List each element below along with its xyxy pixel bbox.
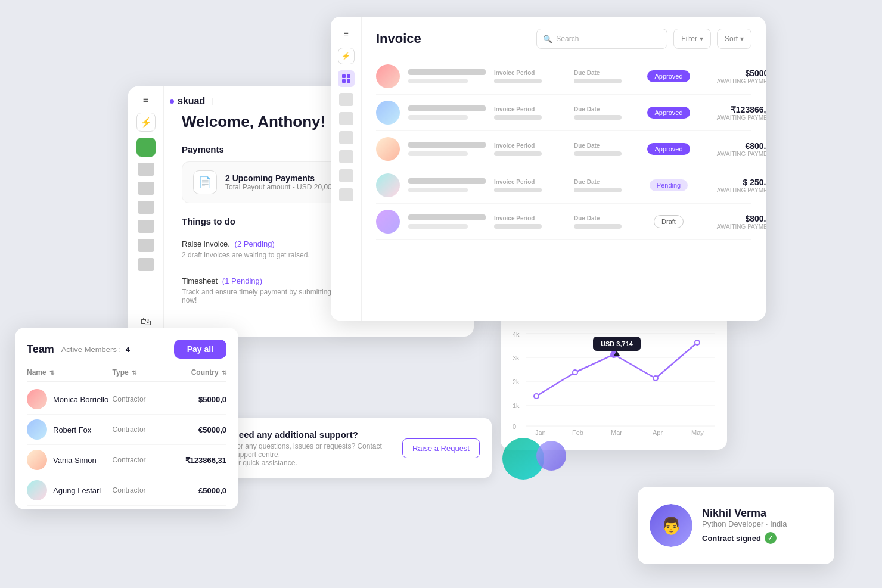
profile-status-text: Contract signed — [702, 534, 761, 543]
logo-symbol — [170, 99, 174, 104]
team-row-4: Agung Lestari Contractor £5000,0 — [27, 475, 226, 506]
svg-text:1k: 1k — [513, 402, 520, 409]
svg-point-19 — [534, 394, 539, 399]
member-name-1: Monica Borriello — [53, 395, 108, 404]
logo-divider: | — [211, 97, 213, 105]
profile-card: 👨 Nikhil Verma Python Developer · India … — [638, 487, 834, 564]
member-type-1: Contractor — [113, 395, 170, 403]
raise-request-button[interactable]: Raise a Request — [402, 438, 480, 458]
support-text: Need any additional support? For any que… — [232, 430, 402, 467]
pay-all-button[interactable]: Pay all — [174, 340, 226, 359]
invoice-title: Invoice — [376, 31, 421, 46]
sort-arrow-country: ⇅ — [222, 369, 226, 376]
profile-status: Contract signed ✓ — [702, 532, 787, 544]
col-name-header: Name ⇅ — [27, 368, 113, 377]
todo-prefix-1: Raise invoice. — [182, 239, 230, 248]
nav-icon-2[interactable] — [138, 182, 154, 195]
payment-text: 2 Upcoming Payments Total Payout amount … — [225, 173, 336, 191]
member-info-2: Robert Fox — [27, 419, 113, 440]
support-desc: For any questions, issues or requests? C… — [232, 442, 402, 467]
inv-person-info — [408, 214, 486, 229]
active-nav-icon[interactable] — [136, 138, 156, 157]
status-badge: Approved — [647, 107, 690, 119]
avatar-image: 👨 — [650, 504, 692, 547]
active-members-label: Active Members : 4 — [61, 345, 130, 354]
inv-date: Due Date — [574, 215, 633, 229]
amount-value: €800.00 — [704, 141, 766, 151]
filter-label: Filter — [681, 35, 697, 43]
skuad-logo: skuad | — [170, 96, 213, 107]
inv-nav5[interactable] — [339, 169, 353, 182]
svg-text:Feb: Feb — [572, 429, 583, 436]
inv-nav2[interactable] — [339, 112, 353, 125]
member-avatar-2 — [27, 419, 47, 440]
member-amount-2: €5000,0 — [169, 425, 226, 434]
chevron-down-icon2: ▾ — [740, 35, 744, 43]
svg-rect-2 — [342, 79, 346, 83]
inv-nav1[interactable] — [339, 93, 353, 106]
period-label: Invoice Period — [494, 70, 566, 76]
chevron-down-icon: ▾ — [700, 35, 703, 43]
nav-icon-1[interactable] — [138, 163, 154, 176]
member-type-2: Contractor — [113, 425, 170, 434]
member-name-4: Agung Lestari — [53, 486, 101, 495]
amount-status: AWAITING PAYMENT — [704, 223, 766, 230]
nav-icon-4[interactable] — [138, 220, 154, 233]
date-label: Due Date — [574, 215, 633, 222]
col-type-label: Type — [113, 368, 129, 377]
amount-status: AWAITING PAYMENT — [704, 114, 766, 121]
date-label: Due Date — [574, 142, 633, 149]
inv-person-info — [408, 105, 486, 120]
amount-status: AWAITING PAYMENT — [704, 151, 766, 157]
svg-text:May: May — [691, 429, 704, 436]
decorative-circle-purple — [536, 441, 566, 471]
amount-value: $800.00 — [704, 214, 766, 223]
member-amount-3: ₹123866,31 — [169, 456, 226, 465]
period-label: Invoice Period — [494, 179, 566, 185]
check-icon: ✓ — [765, 532, 777, 544]
hamburger-icon[interactable]: ≡ — [143, 95, 148, 105]
invoice-row: Invoice Period Due Date Pending $ 250.00… — [376, 167, 751, 204]
svg-point-20 — [573, 370, 577, 375]
inv-period: Invoice Period — [494, 142, 566, 156]
status-badge: Pending — [650, 179, 688, 191]
inv-period: Invoice Period — [494, 70, 566, 83]
amount-value: ₹123866,31 — [704, 105, 766, 114]
member-avatar-4 — [27, 480, 47, 500]
svg-text:4k: 4k — [513, 331, 520, 338]
period-label: Invoice Period — [494, 106, 566, 113]
inv-status: Approved — [642, 107, 695, 119]
inv-status: Pending — [642, 179, 695, 191]
status-badge: Approved — [647, 70, 690, 82]
svg-text:3k: 3k — [513, 354, 520, 362]
nav-icon-6[interactable] — [138, 258, 154, 271]
period-label: Invoice Period — [494, 142, 566, 149]
col-type-header: Type ⇅ — [113, 368, 170, 377]
nav-icon-3[interactable] — [138, 201, 154, 214]
inv-nav3[interactable] — [339, 131, 353, 144]
invoice-search-bar[interactable]: 🔍 Search — [536, 29, 667, 49]
svg-point-22 — [653, 376, 658, 381]
team-panel: Team Active Members : 4 Pay all Name ⇅ T… — [15, 328, 238, 509]
inv-status: Approved — [642, 70, 695, 82]
inv-nav6[interactable] — [339, 188, 353, 201]
inv-date: Due Date — [574, 179, 633, 192]
inv-hamburger-icon[interactable]: ≡ — [338, 25, 355, 42]
member-avatar-1 — [27, 389, 47, 409]
svg-text:Mar: Mar — [611, 429, 622, 436]
invoice-window: ≡ ⚡ Invoice 🔍 Search Filter ▾ — [331, 17, 766, 321]
invoice-row: Invoice Period Due Date Draft $800.00 AW… — [376, 204, 751, 240]
filter-btn2[interactable]: Sort ▾ — [717, 29, 751, 49]
team-row-1: Monica Borriello Contractor $5000,0 — [27, 384, 226, 415]
svg-point-23 — [695, 340, 700, 345]
member-info-1: Monica Borriello — [27, 389, 113, 409]
inv-bolt-icon[interactable]: ⚡ — [338, 48, 355, 64]
invoice-row: Invoice Period Due Date Approved €800.00… — [376, 131, 751, 167]
inv-nav4[interactable] — [339, 150, 353, 163]
nav-icon-5[interactable] — [138, 239, 154, 252]
support-title: Need any additional support? — [232, 430, 402, 440]
inv-grid-icon[interactable] — [338, 70, 355, 87]
bolt-icon[interactable]: ⚡ — [136, 113, 156, 132]
member-type-3: Contractor — [113, 456, 170, 464]
filter-btn1[interactable]: Filter ▾ — [673, 29, 711, 49]
